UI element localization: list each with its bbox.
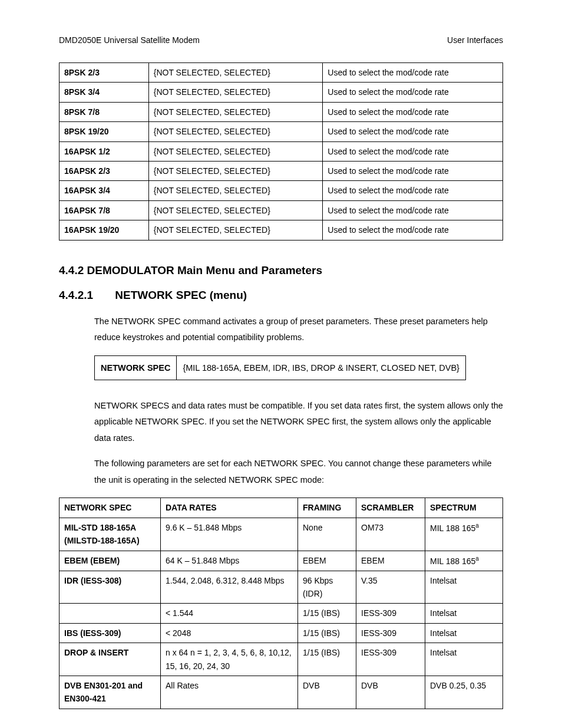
col-header: SPECTRUM bbox=[425, 498, 503, 518]
network-spec-box: NETWORK SPEC {MIL 188-165A, EBEM, IDR, I… bbox=[94, 355, 466, 380]
cell: 1/15 (IBS) bbox=[298, 643, 356, 676]
cell: V.35 bbox=[356, 571, 425, 604]
col-header: DATA RATES bbox=[161, 498, 298, 518]
network-spec-table: NETWORK SPEC DATA RATES FRAMING SCRAMBLE… bbox=[59, 498, 503, 709]
cell: 1/15 (IBS) bbox=[298, 604, 356, 623]
cell: IESS-309 bbox=[356, 623, 425, 643]
cell: {NOT SELECTED, SELECTED} bbox=[148, 181, 323, 200]
cell: 9.6 K – 51.848 Mbps bbox=[161, 518, 298, 551]
cell: 16APSK 7/8 bbox=[59, 200, 149, 220]
cell: Intelsat bbox=[425, 623, 503, 643]
cell: {NOT SELECTED, SELECTED} bbox=[148, 122, 323, 141]
heading-442: 4.4.2 DEMODULATOR Main Menu and Paramete… bbox=[59, 264, 503, 277]
cell: 16APSK 2/3 bbox=[59, 161, 149, 180]
col-header: SCRAMBLER bbox=[356, 498, 425, 518]
cell: {NOT SELECTED, SELECTED} bbox=[148, 141, 323, 161]
table-row: 16APSK 19/20{NOT SELECTED, SELECTED}Used… bbox=[59, 220, 503, 240]
paragraph: The NETWORK SPEC command activates a gro… bbox=[94, 314, 503, 346]
cell bbox=[59, 604, 161, 623]
cell: Used to select the mod/code rate bbox=[323, 181, 503, 200]
cell: Used to select the mod/code rate bbox=[323, 141, 503, 161]
table-row: MIL-STD 188-165A (MILSTD-188-165A)9.6 K … bbox=[59, 518, 503, 551]
cell: {NOT SELECTED, SELECTED} bbox=[148, 200, 323, 220]
table-row: 16APSK 2/3{NOT SELECTED, SELECTED}Used t… bbox=[59, 161, 503, 180]
cell: < 2048 bbox=[161, 623, 298, 643]
table-row: IDR (IESS-308)1.544, 2.048, 6.312, 8.448… bbox=[59, 571, 503, 604]
cell: 1/15 (IBS) bbox=[298, 623, 356, 643]
cell: 8PSK 2/3 bbox=[59, 63, 149, 83]
cell: {NOT SELECTED, SELECTED} bbox=[148, 63, 323, 83]
cell: < 1.544 bbox=[161, 604, 298, 623]
cell: MIL 188 165a bbox=[425, 518, 503, 551]
table-row: DVB EN301-201 and EN300-421All RatesDVBD… bbox=[59, 676, 503, 709]
cell: Used to select the mod/code rate bbox=[323, 102, 503, 121]
cell: 64 K – 51.848 Mbps bbox=[161, 551, 298, 571]
heading-4421: 4.4.2.1 NETWORK SPEC (menu) bbox=[59, 289, 503, 302]
table-row: 16APSK 1/2{NOT SELECTED, SELECTED}Used t… bbox=[59, 141, 503, 161]
cell: 8PSK 3/4 bbox=[59, 83, 149, 102]
cell: Used to select the mod/code rate bbox=[323, 220, 503, 240]
inset-label: NETWORK SPEC bbox=[95, 355, 177, 380]
cell: IESS-309 bbox=[356, 604, 425, 623]
cell: DVB bbox=[298, 676, 356, 709]
doc-section: User Interfaces bbox=[447, 35, 503, 45]
table-row: EBEM (EBEM)64 K – 51.848 MbpsEBEMEBEMMIL… bbox=[59, 551, 503, 571]
table-row: 8PSK 7/8{NOT SELECTED, SELECTED}Used to … bbox=[59, 102, 503, 121]
cell: 16APSK 19/20 bbox=[59, 220, 149, 240]
cell: IBS (IESS-309) bbox=[59, 623, 161, 643]
cell: Used to select the mod/code rate bbox=[323, 63, 503, 83]
table-row: 8PSK 3/4{NOT SELECTED, SELECTED}Used to … bbox=[59, 83, 503, 102]
cell: {NOT SELECTED, SELECTED} bbox=[148, 102, 323, 121]
cell: {NOT SELECTED, SELECTED} bbox=[148, 83, 323, 102]
cell: 8PSK 19/20 bbox=[59, 122, 149, 141]
cell: DVB bbox=[356, 676, 425, 709]
cell: None bbox=[298, 518, 356, 551]
cell: Used to select the mod/code rate bbox=[323, 200, 503, 220]
cell: OM73 bbox=[356, 518, 425, 551]
cell: EBEM (EBEM) bbox=[59, 551, 161, 571]
cell: Intelsat bbox=[425, 604, 503, 623]
cell: 96 Kbps (IDR) bbox=[298, 571, 356, 604]
cell: 16APSK 3/4 bbox=[59, 181, 149, 200]
col-header: NETWORK SPEC bbox=[59, 498, 161, 518]
cell: 1.544, 2.048, 6.312, 8.448 Mbps bbox=[161, 571, 298, 604]
paragraph: NETWORK SPECS and data rates must be com… bbox=[94, 398, 503, 447]
table-row: 16APSK 3/4{NOT SELECTED, SELECTED}Used t… bbox=[59, 181, 503, 200]
doc-title: DMD2050E Universal Satellite Modem bbox=[59, 35, 200, 45]
cell: EBEM bbox=[298, 551, 356, 571]
cell: DVB EN301-201 and EN300-421 bbox=[59, 676, 161, 709]
cell: DVB 0.25, 0.35 bbox=[425, 676, 503, 709]
heading-number: 4.4.2.1 bbox=[59, 289, 112, 302]
cell: Used to select the mod/code rate bbox=[323, 161, 503, 180]
cell: MIL-STD 188-165A (MILSTD-188-165A) bbox=[59, 518, 161, 551]
heading-title: NETWORK SPEC (menu) bbox=[115, 289, 247, 301]
cell: 16APSK 1/2 bbox=[59, 141, 149, 161]
cell: n x 64 n = 1, 2, 3, 4, 5, 6, 8, 10,12, 1… bbox=[161, 643, 298, 676]
modcode-table: 8PSK 2/3{NOT SELECTED, SELECTED}Used to … bbox=[59, 62, 503, 241]
cell: Used to select the mod/code rate bbox=[323, 122, 503, 141]
table-row: 8PSK 19/20{NOT SELECTED, SELECTED}Used t… bbox=[59, 122, 503, 141]
paragraph: The following parameters are set for eac… bbox=[94, 456, 503, 488]
superscript: a bbox=[475, 555, 479, 562]
cell: Intelsat bbox=[425, 643, 503, 676]
cell: All Rates bbox=[161, 676, 298, 709]
inset-value: {MIL 188-165A, EBEM, IDR, IBS, DROP & IN… bbox=[177, 355, 466, 380]
table-row: DROP & INSERTn x 64 n = 1, 2, 3, 4, 5, 6… bbox=[59, 643, 503, 676]
cell: IDR (IESS-308) bbox=[59, 571, 161, 604]
cell: MIL 188 165a bbox=[425, 551, 503, 571]
cell: {NOT SELECTED, SELECTED} bbox=[148, 220, 323, 240]
table-row: < 1.5441/15 (IBS)IESS-309Intelsat bbox=[59, 604, 503, 623]
cell: IESS-309 bbox=[356, 643, 425, 676]
cell: Used to select the mod/code rate bbox=[323, 83, 503, 102]
cell: 8PSK 7/8 bbox=[59, 102, 149, 121]
table-row: IBS (IESS-309)< 20481/15 (IBS)IESS-309In… bbox=[59, 623, 503, 643]
cell: {NOT SELECTED, SELECTED} bbox=[148, 161, 323, 180]
cell: DROP & INSERT bbox=[59, 643, 161, 676]
col-header: FRAMING bbox=[298, 498, 356, 518]
table-row: 16APSK 7/8{NOT SELECTED, SELECTED}Used t… bbox=[59, 200, 503, 220]
cell: Intelsat bbox=[425, 571, 503, 604]
cell: EBEM bbox=[356, 551, 425, 571]
superscript: a bbox=[475, 522, 479, 529]
table-row: 8PSK 2/3{NOT SELECTED, SELECTED}Used to … bbox=[59, 63, 503, 83]
